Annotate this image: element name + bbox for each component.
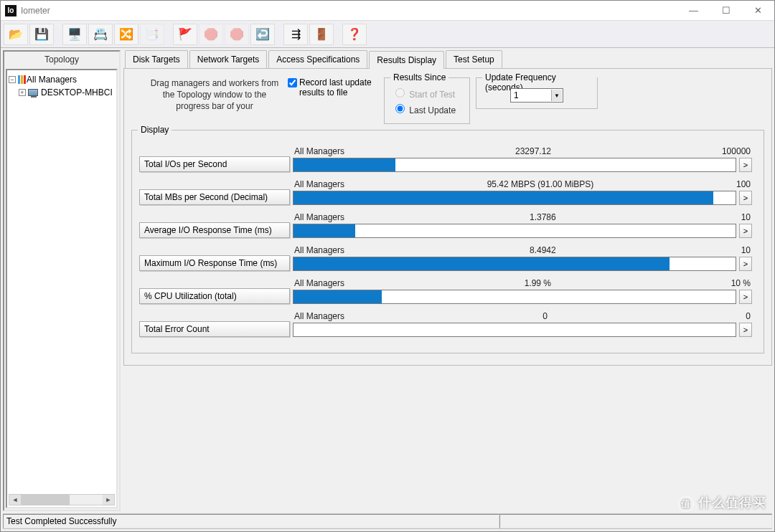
metric-value: 1.3786 — [530, 212, 556, 222]
duplicate-icon: 📑 — [140, 24, 164, 45]
metric-value: 0 — [542, 311, 548, 321]
chevron-down-icon: ▼ — [551, 90, 562, 101]
status-text: Test Completed Successfully — [3, 514, 499, 528]
metric-max: 100000 — [722, 146, 751, 156]
metric-label-button[interactable]: Maximum I/O Response Time (ms) — [139, 255, 290, 271]
results-since-group: Results Since Start of Test Last Update — [384, 77, 470, 124]
rs-start-label: Start of Test — [409, 90, 455, 100]
progress-fill — [293, 290, 382, 303]
metric-label-button[interactable]: Total Error Count — [139, 321, 290, 337]
progress-fill — [293, 257, 670, 270]
metric-row: Total MBs per Second (Decimal) All Manag… — [139, 179, 752, 205]
close-button[interactable]: ✕ — [742, 1, 774, 21]
progress-track[interactable] — [293, 323, 736, 337]
display-legend: Display — [138, 125, 172, 135]
tab-access-specifications[interactable]: Access Specifications — [268, 50, 367, 68]
tree-node-label: DESKTOP-MHBCI — [41, 86, 113, 99]
progress-track[interactable] — [293, 224, 736, 238]
metric-row: Total Error Count All Managers 0 0 > — [139, 311, 752, 337]
computer-icon — [28, 89, 38, 96]
metric-max: 10 — [741, 212, 751, 222]
update-frequency-group: Update Frequency (seconds) 1 ▼ — [476, 77, 598, 109]
metric-row: % CPU Utilization (total) All Managers 1… — [139, 278, 752, 304]
metric-label-button[interactable]: Total MBs per Second (Decimal) — [139, 189, 290, 205]
metric-label-button[interactable]: Total I/Os per Second — [139, 156, 290, 172]
tree-root[interactable]: − All Managers — [9, 73, 115, 86]
rs-last-radio[interactable] — [395, 104, 405, 113]
progress-track[interactable] — [293, 158, 736, 172]
help-icon[interactable]: ❓ — [342, 24, 367, 45]
update-frequency-value: 1 — [514, 90, 519, 100]
progress-track[interactable] — [293, 191, 736, 205]
record-label: Record last update results to file — [299, 77, 378, 98]
metric-max: 10 — [741, 245, 751, 255]
metric-scope: All Managers — [294, 278, 344, 288]
net-worker-icon[interactable]: 🔀 — [114, 24, 138, 45]
rs-start-radio — [395, 88, 405, 98]
metric-value: 95.42 MBPS (91.00 MiBPS) — [487, 179, 594, 189]
stop-all-icon: 🛑 — [225, 24, 249, 45]
metric-max: 0 — [746, 311, 751, 321]
update-frequency-select[interactable]: 1 ▼ — [510, 88, 563, 103]
stop-icon: 🛑 — [199, 24, 223, 45]
metric-scope: All Managers — [294, 311, 344, 321]
managers-icon — [18, 75, 27, 84]
record-checkbox[interactable] — [288, 78, 297, 87]
metric-scope: All Managers — [294, 146, 344, 156]
titlebar: Io Iometer — ☐ ✕ — [1, 1, 774, 21]
metric-more-button[interactable]: > — [739, 224, 752, 238]
tree-node[interactable]: + DESKTOP-MHBCI — [9, 86, 115, 99]
tab-test-setup[interactable]: Test Setup — [446, 50, 502, 68]
reset-icon[interactable]: ↩️ — [250, 24, 275, 45]
start-flag-icon[interactable]: 🚩 — [173, 24, 197, 45]
metric-more-button[interactable]: > — [739, 158, 752, 172]
results-since-legend: Results Since — [390, 72, 448, 82]
tree-scrollbar[interactable]: ◄► — [9, 494, 115, 505]
tab-disk-targets[interactable]: Disk Targets — [125, 50, 188, 68]
metric-scope: All Managers — [294, 212, 344, 222]
progress-fill — [293, 224, 355, 237]
maximize-button[interactable]: ☐ — [710, 1, 742, 21]
display-group: Display Total I/Os per Second All Manage… — [131, 130, 764, 353]
metric-row: Maximum I/O Response Time (ms) All Manag… — [139, 245, 752, 271]
metric-row: Total I/Os per Second All Managers 23297… — [139, 146, 752, 172]
topology-panel: Topology − All Managers + DESKTOP-MHBCI … — [3, 50, 121, 511]
progress-fill — [293, 158, 395, 171]
metric-more-button[interactable]: > — [739, 323, 752, 337]
manager-icon[interactable]: 🖥️ — [62, 24, 87, 45]
tabs: Disk Targets Network Targets Access Spec… — [123, 50, 772, 68]
save-icon[interactable]: 💾 — [29, 24, 54, 45]
metric-row: Average I/O Response Time (ms) All Manag… — [139, 212, 752, 238]
status-right — [499, 514, 772, 528]
metric-value: 1.99 % — [525, 278, 551, 288]
open-icon[interactable]: 📂 — [4, 24, 28, 45]
statusbar: Test Completed Successfully — [3, 513, 772, 529]
tab-network-targets[interactable]: Network Targets — [189, 50, 267, 68]
metric-more-button[interactable]: > — [739, 191, 752, 205]
metric-max: 10 % — [731, 278, 751, 288]
progress-track[interactable] — [293, 290, 736, 304]
metric-value: 23297.12 — [515, 146, 551, 156]
progress-track[interactable] — [293, 257, 736, 271]
metric-more-button[interactable]: > — [739, 257, 752, 271]
drag-instructions: Drag managers and workers from the Topol… — [150, 77, 279, 112]
toolbar: 📂 💾 🖥️ 📇 🔀 📑 🚩 🛑 🛑 ↩️ ⇶ 🚪 ❓ — [1, 21, 774, 48]
toggle-a-icon[interactable]: ⇶ — [283, 24, 308, 45]
worker-icon[interactable]: 📇 — [88, 24, 113, 45]
metric-label-button[interactable]: % CPU Utilization (total) — [139, 288, 290, 304]
window-title: Iometer — [21, 6, 50, 16]
metric-scope: All Managers — [294, 245, 344, 255]
rs-last-label: Last Update — [409, 105, 456, 115]
progress-fill — [293, 191, 713, 204]
exit-icon[interactable]: 🚪 — [309, 24, 334, 45]
minimize-button[interactable]: — — [677, 1, 710, 21]
topology-title: Topology — [4, 52, 119, 67]
metric-scope: All Managers — [294, 179, 344, 189]
topology-tree[interactable]: − All Managers + DESKTOP-MHBCI ◄► — [6, 69, 118, 508]
metric-more-button[interactable]: > — [739, 290, 752, 304]
tree-root-label: All Managers — [27, 73, 77, 86]
metric-value: 8.4942 — [530, 245, 556, 255]
metric-label-button[interactable]: Average I/O Response Time (ms) — [139, 222, 290, 238]
app-icon: Io — [5, 5, 17, 16]
tab-results-display[interactable]: Results Display — [369, 51, 444, 69]
